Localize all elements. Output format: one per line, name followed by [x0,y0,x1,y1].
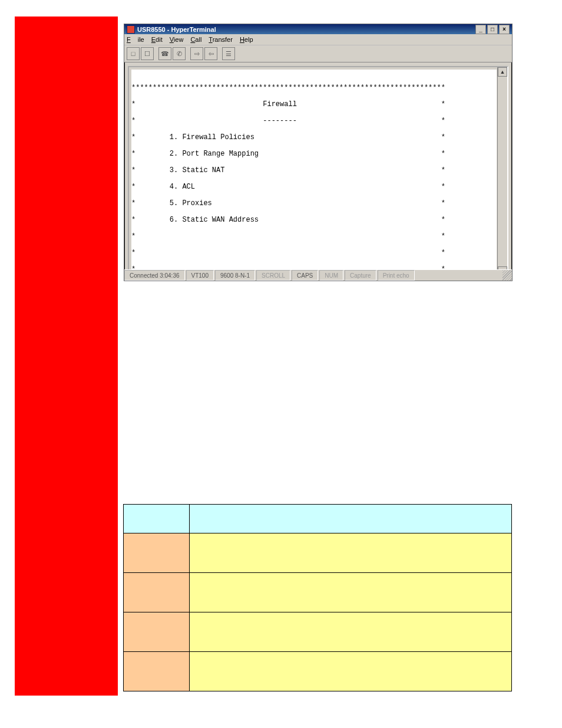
table-header-row [124,505,512,533]
minimize-button[interactable]: _ [475,25,486,34]
status-caps: CAPS [292,270,318,281]
resize-grip[interactable] [503,270,512,281]
menubar: File Edit View Call Transfer Help [124,34,512,45]
term-blank-2: * * [131,249,497,257]
table-cell-right [190,533,512,573]
term-item-3: * 3. Static NAT * [131,166,497,174]
table-row [124,573,512,612]
info-table [123,504,512,691]
toolbar-receive-icon[interactable]: ⇦ [204,47,217,60]
term-item-5: * 5. Proxies * [131,199,497,207]
table-header-left [124,505,190,533]
status-connected: Connected 3:04:36 [124,270,185,281]
table-cell-right [190,612,512,652]
titlebar[interactable]: USR8550 - HyperTerminal _ □ × [124,24,512,34]
status-print-echo: Print echo [378,270,415,281]
hyperterminal-window: USR8550 - HyperTerminal _ □ × File Edit … [124,24,513,281]
close-button[interactable]: × [499,25,510,34]
terminal-frame: ****************************************… [128,66,508,277]
term-item-2: * 2. Port Range Mapping * [131,150,497,158]
table-row [124,652,512,691]
table-cell-left [124,533,190,573]
table-cell-left [124,573,190,612]
toolbar-call-icon[interactable]: ☎ [158,47,171,60]
menu-file[interactable]: File [127,36,144,43]
term-border-top: ****************************************… [131,84,497,92]
scrollbar[interactable]: ▲ ▼ [497,67,507,276]
term-blank-1: * * [131,232,497,241]
status-port: 9600 8-N-1 [215,270,255,281]
scroll-up-button[interactable]: ▲ [498,67,507,77]
toolbar-open-icon[interactable]: ☐ [141,47,154,60]
table-header-right [190,505,512,533]
table-cell-right [190,652,512,691]
terminal-area[interactable]: ****************************************… [131,70,497,274]
table-cell-left [124,652,190,691]
toolbar-send-icon[interactable]: ⇨ [190,47,203,60]
term-item-6: * 6. Static WAN Address * [131,216,497,224]
app-icon [127,25,135,34]
term-underline: * -------- * [131,117,497,125]
table-row [124,533,512,573]
toolbar: □ ☐ ☎ ✆ ⇨ ⇦ ☰ [124,45,512,62]
table-row [124,612,512,652]
menu-edit[interactable]: Edit [151,36,163,43]
window-controls: _ □ × [474,25,510,34]
table-cell-left [124,612,190,652]
table-cell-right [190,573,512,612]
page-root: USR8550 - HyperTerminal _ □ × File Edit … [0,0,562,728]
toolbar-disconnect-icon[interactable]: ✆ [173,47,186,60]
window-title: USR8550 - HyperTerminal [137,26,216,33]
menu-transfer[interactable]: Transfer [209,36,233,43]
statusbar: Connected 3:04:36 VT100 9600 8-N-1 SCROL… [124,269,512,281]
menu-view[interactable]: View [170,36,184,43]
term-title: * Firewall * [131,100,497,108]
red-sidebar [15,17,118,696]
term-item-1: * 1. Firewall Policies * [131,133,497,141]
status-scroll: SCROLL [256,270,290,281]
status-capture: Capture [345,270,376,281]
toolbar-new-icon[interactable]: □ [127,47,140,60]
term-item-4: * 4. ACL * [131,183,497,191]
menu-call[interactable]: Call [190,36,201,43]
toolbar-properties-icon[interactable]: ☰ [222,47,235,60]
status-emulation: VT100 [186,270,214,281]
menu-help[interactable]: Help [240,36,253,43]
status-num: NUM [319,270,343,281]
maximize-button[interactable]: □ [487,25,498,34]
